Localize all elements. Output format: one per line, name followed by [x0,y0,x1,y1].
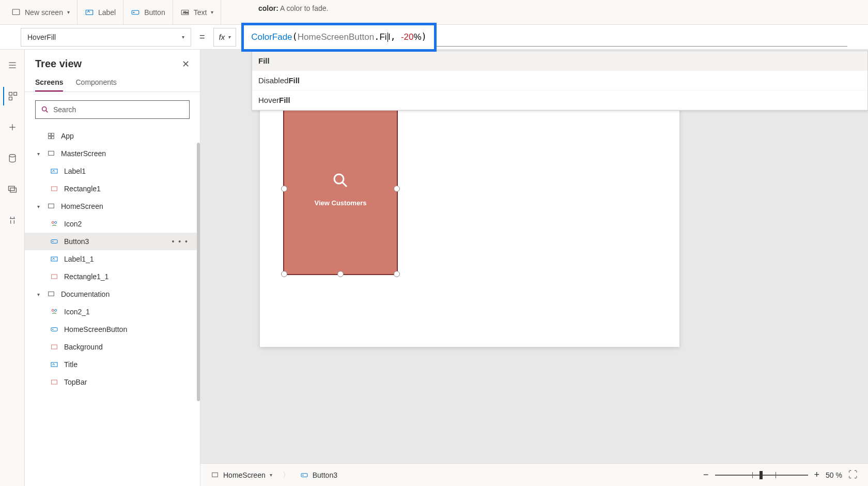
label-icon [85,8,94,17]
tree-item-label: HomeScreen [61,202,103,210]
svg-rect-34 [52,380,57,384]
svg-rect-26 [52,275,57,279]
fx-button[interactable]: fx ▾ [213,28,237,47]
chevron-down-icon: ▾ [67,9,70,15]
tooltip-desc: A color to fade. [280,4,328,12]
tree-view-icon[interactable] [3,87,22,105]
resize-handle[interactable] [281,271,287,277]
scrollbar[interactable] [197,143,200,401]
button-label: View Customers [315,199,367,207]
tree-item-screen[interactable]: ▾ HomeScreen [25,198,200,215]
breadcrumb-control[interactable]: Button3 [300,471,337,479]
chevron-down-icon[interactable]: ▾ [35,151,41,157]
breadcrumb-screen[interactable]: HomeScreen ▾ [211,471,272,479]
tree-item-label: Documentation [61,290,110,298]
tree-item-control[interactable]: Icon2_1 [25,303,200,321]
top-toolbar: New screen ▾ Label Button Abc Text ▾ col… [0,0,868,25]
media-icon[interactable] [3,180,22,199]
tree-item-label: MasterScreen [61,149,106,158]
svg-rect-6 [9,93,12,96]
resize-handle[interactable] [394,186,400,192]
screen-icon [47,149,56,158]
tree-item-control[interactable]: HomeScreenButton [25,321,200,338]
formula-tooltip: color: A color to fade. [258,0,328,17]
svg-rect-10 [8,186,14,190]
data-icon[interactable] [3,149,22,168]
tree-item-label: Rectangle1_1 [64,272,109,281]
tab-screens[interactable]: Screens [35,74,63,92]
text-button[interactable]: Abc Text ▾ [173,0,222,24]
autocomplete-item[interactable]: DisabledFill [252,71,867,90]
tab-components[interactable]: Components [75,74,116,92]
selected-control[interactable]: View Customers [283,102,398,275]
zoom-slider[interactable] [715,470,808,480]
tree-item-control[interactable]: Icon2 [25,215,200,233]
hamburger-icon[interactable] [3,56,22,74]
tree-view-title: Tree view [35,58,82,70]
tree-item-screen[interactable]: ▾ Documentation [25,285,200,303]
chevron-down-icon: ▾ [270,472,272,478]
tree-item-app[interactable]: App [25,127,200,145]
app-icon [47,131,56,141]
tooltip-key: color: [258,4,278,12]
label-button[interactable]: Label [78,0,123,24]
svg-rect-37 [301,473,307,477]
zoom-out-button[interactable]: − [703,469,709,480]
new-screen-label: New screen [25,8,63,17]
property-selector[interactable]: HoverFill ▾ [21,28,191,47]
tree-item-control[interactable]: Rectangle1 [25,180,200,198]
canvas-area[interactable]: Home Screen View Customers HomeScreen [200,50,868,486]
rectangle-icon [50,272,59,281]
search-input[interactable]: Search [35,100,190,119]
button-icon [50,237,59,246]
tree-item-label: Button3 [64,237,89,246]
zoom-value: 50 % [826,471,842,479]
svg-rect-19 [52,187,57,191]
label-icon [50,360,59,369]
tools-icon[interactable] [3,211,22,230]
svg-rect-13 [49,133,51,136]
close-icon[interactable]: ✕ [182,58,190,70]
resize-handle[interactable] [394,271,400,277]
chevron-down-icon[interactable]: ▾ [35,292,41,297]
screen-icon [47,202,56,211]
tree-item-control[interactable]: Background [25,338,200,356]
tree-item-control[interactable]: Button3 • • • [25,233,200,250]
tree-item-control[interactable]: Rectangle1_1 [25,268,200,285]
tree-item-control[interactable]: Title [25,356,200,373]
svg-point-29 [55,309,57,311]
resize-handle[interactable] [337,271,344,277]
tree-item-label: Icon2 [64,220,82,228]
resize-handle[interactable] [281,186,287,192]
button-button[interactable]: Button [123,0,173,24]
button-icon [50,325,59,334]
tree-item-control[interactable]: Label1_1 [25,250,200,268]
svg-rect-7 [9,97,12,100]
svg-point-3 [133,12,134,13]
label-icon [50,254,59,264]
expand-icon[interactable]: ⛶ [848,469,858,480]
autocomplete-item[interactable]: Fill [252,51,867,71]
chevron-down-icon: ▾ [211,9,213,15]
chevron-down-icon[interactable]: ▾ [35,204,41,209]
chevron-down-icon: ▾ [182,34,184,40]
svg-point-38 [302,475,303,475]
tree-item-control[interactable]: TopBar [25,373,200,391]
rectangle-icon [50,184,59,193]
new-screen-button[interactable]: New screen ▾ [4,0,78,24]
insert-icon[interactable] [3,118,22,136]
svg-rect-0 [12,9,20,15]
zoom-in-button[interactable]: + [814,469,820,480]
autocomplete-item[interactable]: HoverFill [252,90,867,110]
formula-text: ColorFade(HomeScreenButton.Fil, -20%) [251,32,427,42]
tree-item-screen[interactable]: ▾ MasterScreen [25,145,200,162]
formula-input[interactable]: ColorFade(HomeScreenButton.Fil, -20%) [241,23,437,52]
svg-point-24 [53,241,53,241]
svg-rect-36 [212,473,218,477]
svg-rect-2 [132,10,139,14]
more-icon[interactable]: • • • [172,237,194,246]
screen-icon [47,290,56,299]
icon-control-icon [50,219,59,229]
formula-rest[interactable] [437,28,847,47]
tree-item-control[interactable]: Label1 [25,162,200,180]
